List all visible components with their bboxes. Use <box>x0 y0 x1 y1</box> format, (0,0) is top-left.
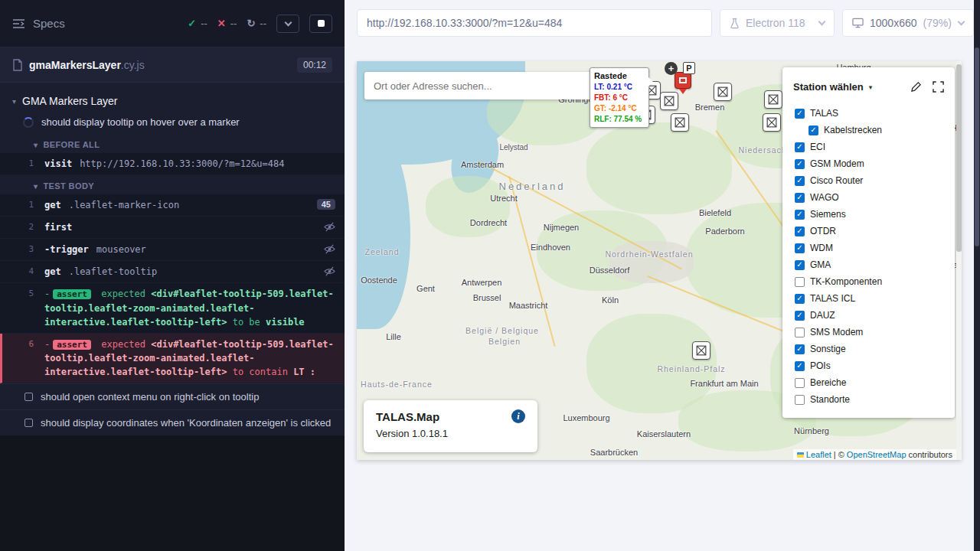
command-get-tooltip[interactable]: 4 get.leaflet-tooltip <box>0 261 345 283</box>
station-item-otdr[interactable]: ✓OTDR <box>782 223 955 240</box>
station-marker-icon[interactable] <box>671 113 689 132</box>
command-trigger-mouseover[interactable]: 3 -triggermouseover <box>0 239 345 261</box>
checkbox-checked[interactable]: ✓ <box>795 176 805 186</box>
stat-passed[interactable]: ✓-- <box>188 18 207 29</box>
command-visit[interactable]: 1 visithttp://192.168.10.33:3000/?m=12&u… <box>0 153 345 175</box>
hook-before-all[interactable]: ▾ BEFORE ALL <box>0 134 345 153</box>
map-scrollbar[interactable] <box>956 61 962 460</box>
station-item-wago[interactable]: ✓WAGO <box>782 189 955 206</box>
checkbox-checked[interactable]: ✓ <box>795 344 805 354</box>
station-item-cisco-router[interactable]: ✓Cisco Router <box>782 172 955 189</box>
stat-pending[interactable]: ↻-- <box>247 18 266 29</box>
checkbox-checked[interactable]: ✓ <box>795 311 805 321</box>
map-label: Bielefeld <box>699 208 731 217</box>
checkbox-unchecked[interactable] <box>795 328 805 337</box>
add-button[interactable]: + <box>665 62 678 75</box>
assert-passed-row[interactable]: 5 -assert expected <div#leaflet-tooltip-… <box>0 283 345 334</box>
command-get-marker-icon[interactable]: 1 get.leaflet-marker-icon 45 <box>0 194 345 217</box>
test-title: should open context menu on right-click … <box>41 391 259 403</box>
checkbox-unchecked[interactable] <box>795 395 805 405</box>
checkbox-checked[interactable]: ✓ <box>795 109 805 119</box>
station-item-tk-komponenten[interactable]: TK-Komponenten <box>782 273 955 290</box>
specs-menu-button[interactable]: Specs <box>12 17 65 30</box>
station-item-label: Sonstige <box>810 344 846 354</box>
station-panel-header: Station wählen ▾ <box>782 81 955 105</box>
page-scrollbar[interactable] <box>974 0 980 551</box>
test-queued-context-menu[interactable]: should open context menu on right-click … <box>0 383 345 409</box>
viewport-icon <box>852 18 864 28</box>
scrollbar-thumb[interactable] <box>956 64 962 252</box>
test-report: ▾ GMA Markers Layer should display toolt… <box>0 83 345 435</box>
browser-select[interactable]: Electron 118 <box>720 9 835 37</box>
osm-link[interactable]: OpenStreetMap <box>847 450 906 459</box>
checkbox-checked[interactable]: ✓ <box>795 227 805 236</box>
assert-pill: assert <box>53 289 91 299</box>
station-item-pois[interactable]: ✓POIs <box>782 357 955 374</box>
viewport-select[interactable]: 1000x660 (79%) <box>842 9 974 37</box>
station-item-talas-icl[interactable]: ✓TALAS ICL <box>782 290 955 307</box>
checkbox-checked[interactable]: ✓ <box>795 361 805 371</box>
scrollbar-thumb[interactable] <box>975 47 979 246</box>
checkbox-unchecked[interactable] <box>795 378 805 388</box>
edit-icon[interactable] <box>910 81 922 93</box>
suite-gma-markers-layer[interactable]: ▾ GMA Markers Layer <box>0 89 345 112</box>
stat-failed[interactable]: ✕-- <box>217 18 237 29</box>
station-item-talas[interactable]: ✓TALAS <box>782 105 955 122</box>
checkbox-checked[interactable]: ✓ <box>795 159 805 169</box>
station-item-siemens[interactable]: ✓Siemens <box>782 206 955 223</box>
assert-failed-row[interactable]: 6 -assert expected <div#leaflet-tooltip-… <box>0 334 345 384</box>
command-number: 3 <box>0 243 44 256</box>
station-item-standorte[interactable]: Standorte <box>782 391 955 408</box>
chevron-down-icon: ▾ <box>869 83 873 91</box>
chevron-down-icon <box>818 18 826 26</box>
station-item-wdm[interactable]: ✓WDM <box>782 240 955 256</box>
map-label: Rheinland-Pfalz <box>657 364 725 373</box>
station-marker-icon[interactable] <box>764 90 782 109</box>
leaflet-map[interactable]: HamburgBremenNiedersachsenHannoverGronin… <box>357 61 962 460</box>
checkbox-checked[interactable]: ✓ <box>795 260 805 270</box>
checkbox-checked[interactable]: ✓ <box>795 243 805 253</box>
checkbox-checked[interactable]: ✓ <box>795 210 805 220</box>
map-search[interactable] <box>364 72 598 99</box>
test-active[interactable]: should display tooltip on hover over a m… <box>0 112 345 134</box>
station-item-gma[interactable]: ✓GMA <box>782 256 955 273</box>
test-queued-coordinates[interactable]: should display coordinates when 'Koordin… <box>0 409 345 435</box>
parking-button[interactable]: P <box>683 62 695 74</box>
expand-icon[interactable] <box>933 81 944 93</box>
station-item-bereiche[interactable]: Bereiche <box>782 374 955 391</box>
checkbox-checked[interactable]: ✓ <box>795 142 805 152</box>
station-item-label: ECI <box>810 142 825 152</box>
checkbox-unchecked[interactable] <box>795 277 805 287</box>
search-input[interactable] <box>374 80 589 92</box>
url-bar[interactable] <box>357 9 712 37</box>
station-select[interactable]: Station wählen <box>793 81 864 93</box>
hook-test-body[interactable]: ▾ TEST BODY <box>0 175 345 194</box>
station-marker-icon[interactable] <box>714 83 732 101</box>
info-icon[interactable]: i <box>511 409 525 423</box>
red-pin-marker[interactable] <box>675 72 691 95</box>
station-item-sms-modem[interactable]: SMS Modem <box>782 324 955 341</box>
marker-tooltip[interactable]: Rastede LT: 0.21 °CFBT: 6 °CGT: -2.14 °C… <box>590 67 649 128</box>
command-method: visit <box>44 158 72 169</box>
checkbox-checked[interactable]: ✓ <box>808 126 818 135</box>
station-marker-icon[interactable] <box>692 341 710 360</box>
url-input[interactable] <box>367 17 702 29</box>
station-item-dauz[interactable]: ✓DAUZ <box>782 307 955 324</box>
flask-icon <box>730 18 740 29</box>
leaflet-link[interactable]: Leaflet <box>806 450 831 459</box>
checkbox-checked[interactable]: ✓ <box>795 294 805 304</box>
spec-header[interactable]: gmaMarkersLayer.cy.js 00:12 <box>0 47 345 83</box>
station-item-kabelstrecken[interactable]: ✓Kabelstrecken <box>782 122 955 139</box>
collapse-button[interactable] <box>276 15 299 33</box>
checkbox-checked[interactable]: ✓ <box>795 193 805 203</box>
flag-icon <box>797 452 804 458</box>
station-item-sonstige[interactable]: ✓Sonstige <box>782 341 955 357</box>
tooltip-line: LT: 0.21 °C <box>594 82 645 93</box>
station-marker-icon[interactable] <box>763 113 781 132</box>
station-item-gsm-modem[interactable]: ✓GSM Modem <box>782 155 955 172</box>
station-item-label: TK-Komponenten <box>810 276 882 287</box>
stop-button[interactable] <box>309 15 332 33</box>
command-first[interactable]: 2 first <box>0 217 345 239</box>
browser-label: Electron 118 <box>746 17 805 29</box>
station-item-eci[interactable]: ✓ECI <box>782 139 955 155</box>
